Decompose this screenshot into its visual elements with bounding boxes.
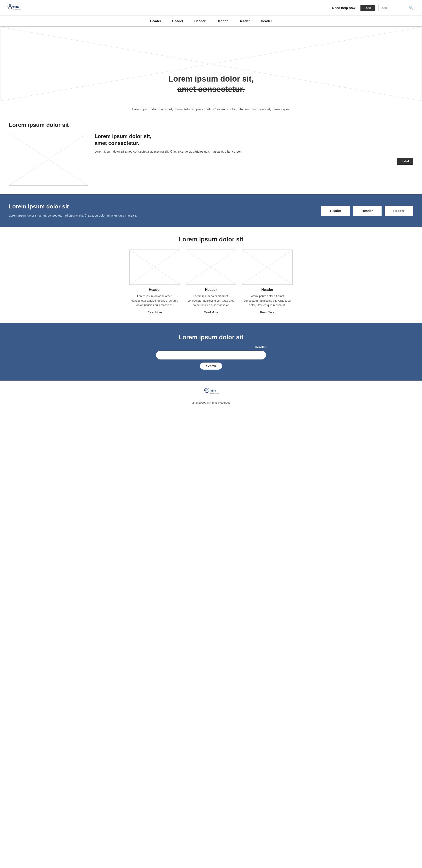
section-search-blue: Lorem ipsum dolor sit Header Search <box>0 323 422 380</box>
section-feature: Lorem ipsum dolor sit Lorem ipsum dolor … <box>0 117 422 194</box>
section-blue-body: Lorem ipsum dolor sit amet, consectetur … <box>9 213 313 218</box>
cta-button[interactable]: Label <box>360 5 376 11</box>
nav-item-1[interactable]: Header <box>150 19 161 23</box>
card-3-header: Header <box>242 288 293 292</box>
section-blue-right: Header Header Header <box>321 206 413 216</box>
blue-section-btn-2[interactable]: Header <box>353 206 382 216</box>
section1-content-heading: Lorem ipsum dolor sit, amet consectetur. <box>95 133 413 147</box>
card-1-body: Lorem ipsum dolor sit amet, consectetur … <box>129 294 180 308</box>
logo-area: mind for better mental health <box>7 2 22 13</box>
card-1-header: Header <box>129 288 180 292</box>
search-input[interactable] <box>381 6 409 9</box>
section1-heading: Lorem ipsum dolor sit <box>9 122 413 128</box>
svg-text:mind: mind <box>210 389 216 392</box>
search-wrapper: 🔍 <box>379 5 415 11</box>
section-blue-1: Lorem ipsum dolor sit Lorem ipsum dolor … <box>0 194 422 227</box>
hero-text-overlay: Lorem ipsum dolor sit, amet consectetur. <box>0 74 422 95</box>
card-2: Header Lorem ipsum dolor sit amet, conse… <box>186 250 236 314</box>
card-2-header: Header <box>186 288 236 292</box>
search-icon-button[interactable]: 🔍 <box>409 6 414 10</box>
card-3: Header Lorem ipsum dolor sit amet, conse… <box>242 250 293 314</box>
section1-content-text: Lorem ipsum dolor sit, amet consectetur.… <box>95 133 413 165</box>
footer-logo: mind for better mental health <box>203 386 219 397</box>
section1-label-button[interactable]: Label <box>397 158 413 165</box>
search-field-label: Header <box>156 345 266 349</box>
svg-text:mind: mind <box>13 5 19 8</box>
footer-copyright: Mind 2020 All Rights Reserved <box>191 401 231 404</box>
card-3-read-more[interactable]: Read More <box>242 311 293 314</box>
need-help-text: Need help now? <box>332 6 357 10</box>
card-1-read-more[interactable]: Read More <box>129 311 180 314</box>
hero-title: Lorem ipsum dolor sit, amet consectetur. <box>0 74 422 95</box>
search-icon: 🔍 <box>409 6 414 10</box>
card-1-image <box>129 250 180 285</box>
section-blue-heading: Lorem ipsum dolor sit <box>9 203 313 210</box>
top-bar: mind for better mental health Need help … <box>0 0 422 16</box>
top-right-area: Need help now? Label 🔍 <box>332 5 415 11</box>
blue-section-btn-1[interactable]: Header <box>321 206 350 216</box>
search-form: Header Search <box>156 345 266 370</box>
section-blue-left: Lorem ipsum dolor sit Lorem ipsum dolor … <box>9 203 313 218</box>
nav-item-4[interactable]: Header <box>217 19 228 23</box>
section-search-input[interactable] <box>156 351 266 360</box>
main-nav: Header Header Header Header Header Heade… <box>0 16 422 27</box>
card-3-body: Lorem ipsum dolor sit amet, consectetur … <box>242 294 293 308</box>
footer: mind for better mental health Mind 2020 … <box>0 380 422 410</box>
search-section-heading: Lorem ipsum dolor sit <box>9 334 413 341</box>
hero-subtitle: Lorem ipsum dolor sit amet, consectetur … <box>0 101 422 117</box>
cards-row: Header Lorem ipsum dolor sit amet, conse… <box>9 250 413 314</box>
section-cards: Lorem ipsum dolor sit Header Lorem ipsum… <box>0 227 422 323</box>
svg-text:for better mental health: for better mental health <box>210 393 219 394</box>
nav-item-5[interactable]: Header <box>239 19 250 23</box>
hero-banner: Lorem ipsum dolor sit, amet consectetur. <box>0 27 422 101</box>
cards-section-heading: Lorem ipsum dolor sit <box>9 236 413 243</box>
nav-item-6[interactable]: Header <box>261 19 272 23</box>
mind-logo: mind for better mental health <box>7 2 22 13</box>
nav-item-3[interactable]: Header <box>194 19 205 23</box>
section1-body: Lorem ipsum dolor sit amet, consectetur … <box>95 149 413 154</box>
svg-text:for better mental health: for better mental health <box>13 9 22 10</box>
card-2-body: Lorem ipsum dolor sit amet, consectetur … <box>186 294 236 308</box>
search-submit-button[interactable]: Search <box>200 363 222 370</box>
blue-section-btn-3[interactable]: Header <box>385 206 413 216</box>
card-1: Header Lorem ipsum dolor sit amet, conse… <box>129 250 180 314</box>
section1-image-placeholder <box>9 133 88 186</box>
card-3-image <box>242 250 293 285</box>
content-row: Lorem ipsum dolor sit, amet consectetur.… <box>9 133 413 186</box>
card-2-image <box>186 250 236 285</box>
nav-item-2[interactable]: Header <box>172 19 183 23</box>
card-2-read-more[interactable]: Read More <box>186 311 236 314</box>
